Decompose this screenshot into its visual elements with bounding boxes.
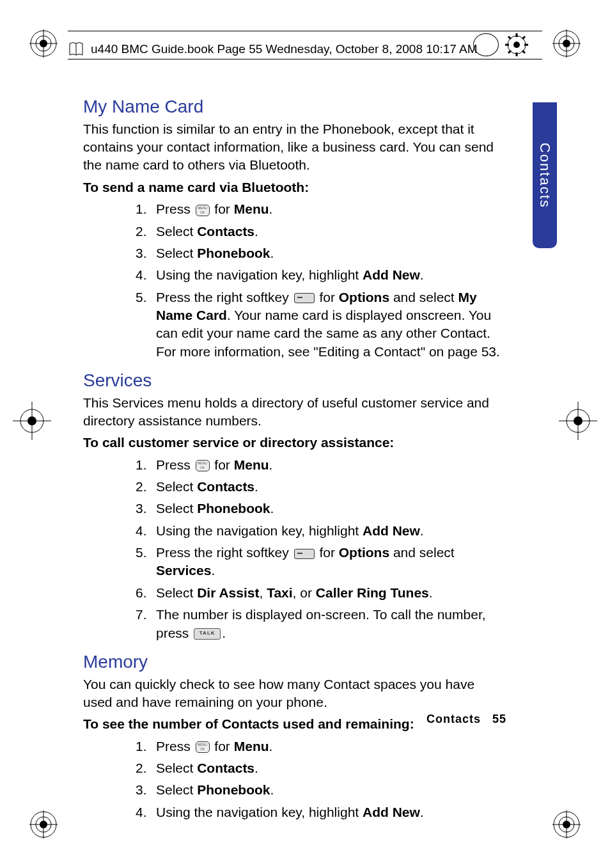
list-item: 2.Select Contacts. [136,478,505,496]
footer-section: Contacts [426,713,481,725]
menu-key-icon: MENUOK [196,741,210,753]
list-item: 2.Select Contacts. [136,223,505,241]
list-item: 1.Press MENUOK for Menu. [136,456,505,474]
page-footer: Contacts 55 [426,713,506,726]
steps-memory: 1.Press MENUOK for Menu. 2.Select Contac… [136,738,505,821]
steps-my-name-card: 1.Press MENUOK for Menu. 2.Select Contac… [136,200,505,361]
subhead-my-name-card: To send a name card via Bluetooth: [83,178,505,196]
list-item: 5.Press the right softkey for Options an… [136,288,505,361]
registration-mark-icon [29,29,58,58]
footer-page-number: 55 [492,713,506,725]
crosshair-icon [559,402,597,440]
intro-services: This Services menu holds a directory of … [83,394,505,430]
header-rule-top [68,31,542,31]
side-tab-label: Contacts [536,143,553,209]
list-item: 3.Select Phonebook. [136,500,505,517]
intro-my-name-card: This function is similar to an entry in … [83,120,505,175]
softkey-icon [294,549,315,559]
talk-key-icon: TALK [194,628,221,640]
list-item: 3.Select Phonebook. [136,781,505,799]
menu-key-icon: MENUOK [196,460,210,471]
list-item: 3.Select Phonebook. [136,244,505,262]
registration-mark-icon [552,810,581,839]
registration-mark-icon [552,29,581,58]
svg-line-34 [508,36,511,39]
softkey-icon [294,293,315,303]
subhead-services: To call customer service or directory as… [83,434,505,452]
list-item: 4.Using the navigation key, highlight Ad… [136,522,505,540]
list-item: 5.Press the right softkey for Options an… [136,544,505,580]
registration-mark-icon [29,810,58,839]
list-item: 1.Press MENUOK for Menu. [136,738,505,755]
list-item: 4.Using the navigation key, highlight Ad… [136,266,505,284]
menu-key-icon: MENUOK [196,205,210,216]
heading-my-name-card: My Name Card [83,95,505,119]
intro-memory: You can quickly check to see how many Co… [83,675,505,712]
list-item: 2.Select Contacts. [136,759,505,777]
list-item: 6.Select Dir Assist, Taxi, or Caller Rin… [136,584,505,602]
heading-memory: Memory [83,650,505,674]
list-item: 7.The number is displayed on-screen. To … [136,606,505,642]
svg-line-36 [522,36,525,39]
page-header: u440 BMC Guide.book Page 55 Wednesday, O… [68,40,542,59]
header-rule-bottom [68,59,542,59]
book-icon [68,41,84,58]
steps-services: 1.Press MENUOK for Menu. 2.Select Contac… [136,456,505,642]
list-item: 4.Using the navigation key, highlight Ad… [136,803,505,821]
crosshair-icon [13,402,51,440]
side-tab-contacts: Contacts [533,102,557,248]
heading-services: Services [83,368,505,393]
header-text: u440 BMC Guide.book Page 55 Wednesday, O… [91,42,478,56]
list-item: 1.Press MENUOK for Menu. [136,200,505,218]
